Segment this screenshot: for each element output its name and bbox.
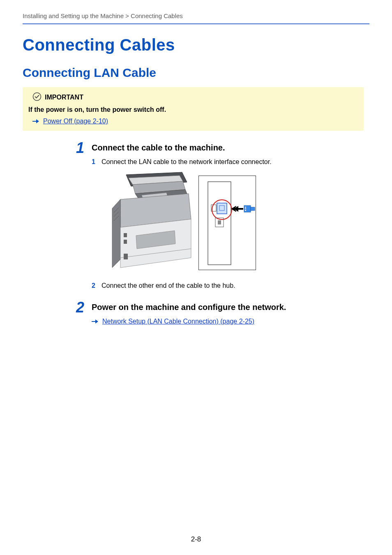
power-off-link[interactable]: Power Off (page 2-10) (43, 118, 108, 125)
step-number: 2 (23, 300, 84, 315)
step-2: 2 Power on the machine and configure the… (23, 302, 369, 325)
substep-text: Connect the LAN cable to the network int… (101, 158, 272, 166)
checkmark-circle-icon (32, 92, 42, 103)
printer-illustration-icon (103, 171, 194, 275)
substep-2: 2 Connect the other end of the cable to … (92, 282, 369, 289)
svg-rect-27 (251, 207, 255, 210)
step-title: Connect the cable to the machine. (92, 143, 369, 153)
breadcrumb: Installing and Setting up the Machine > … (23, 12, 369, 24)
svg-rect-29 (245, 208, 246, 209)
substep-1: 1 Connect the LAN cable to the network i… (92, 158, 369, 166)
substep-text: Connect the other end of the cable to th… (101, 282, 235, 289)
svg-rect-23 (218, 220, 221, 224)
important-text: If the power is on, turn the power switc… (28, 106, 358, 113)
section-title-h2: Connecting LAN Cable (23, 66, 369, 80)
svg-point-0 (33, 93, 41, 101)
svg-rect-12 (124, 240, 127, 244)
svg-rect-28 (245, 207, 246, 208)
steps-container: 1 Connect the cable to the machine. 1 Co… (23, 142, 369, 325)
step-number: 1 (23, 141, 84, 155)
printer-diagram (103, 171, 267, 275)
substep-number: 2 (92, 282, 97, 289)
link-arrow-icon (32, 118, 39, 124)
port-detail-panel (198, 176, 256, 270)
important-callout: IMPORTANT If the power is on, turn the p… (23, 87, 364, 131)
step-title: Power on the machine and configure the n… (92, 303, 369, 312)
network-setup-link[interactable]: Network Setup (LAN Cable Connection) (pa… (102, 318, 254, 325)
step-1: 1 Connect the cable to the machine. 1 Co… (23, 142, 369, 294)
svg-rect-11 (124, 233, 127, 237)
svg-marker-7 (112, 199, 120, 268)
page-title-h1: Connecting Cables (23, 36, 369, 54)
svg-rect-13 (124, 254, 128, 259)
link-arrow-icon (92, 319, 98, 324)
svg-rect-19 (217, 203, 227, 214)
important-label: IMPORTANT (45, 94, 83, 101)
svg-rect-30 (245, 210, 246, 211)
page-number: 2-8 (0, 535, 392, 543)
substep-number: 1 (92, 158, 97, 166)
